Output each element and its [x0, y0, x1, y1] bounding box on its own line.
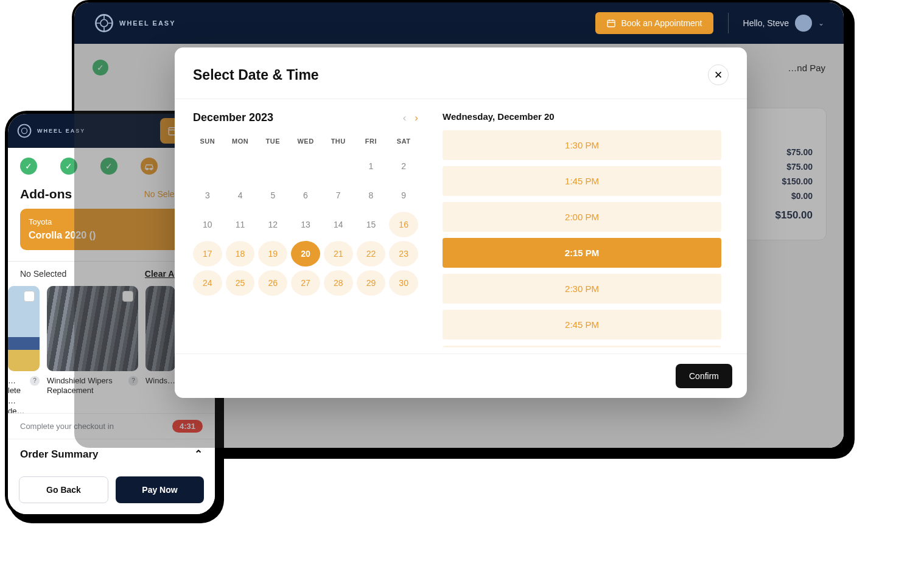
selected-date-heading: Wednesday, December 20 [443, 111, 729, 122]
calendar-day[interactable]: 17 [193, 241, 222, 267]
addon-title-row: …lete …de… ? [8, 376, 40, 414]
calendar-day[interactable]: 30 [389, 270, 418, 296]
calendar-day[interactable]: 21 [324, 241, 353, 267]
pay-now-label: Pay Now [142, 485, 177, 495]
calendar-panel: December 2023 ‹ › SUNMONTUEWEDTHUFRISAT … [193, 111, 418, 347]
calendar-day[interactable]: 16 [389, 212, 418, 237]
next-month-button[interactable]: › [415, 112, 418, 124]
book-appointment-label: Book an Appointment [621, 18, 702, 28]
calendar-dow: SUN [193, 133, 222, 150]
header-divider [728, 13, 729, 33]
help-icon[interactable]: ? [30, 376, 40, 386]
addon-checkbox[interactable] [24, 291, 35, 302]
addon-image [8, 286, 40, 371]
calendar-day: 11 [226, 212, 255, 237]
addon-title: …lete …de… [8, 376, 26, 414]
calendar-day: 8 [357, 183, 386, 208]
brand-name: WHEEL EASY [119, 19, 176, 27]
calendar-day: 5 [258, 183, 287, 208]
modal-header: Select Date & Time ✕ [175, 47, 747, 99]
calendar-dow: WED [291, 133, 320, 150]
desktop-body: ✓ …nd Pay …mary $75.00…ms)$75.00$150.00$… [74, 44, 844, 448]
modal-body: December 2023 ‹ › SUNMONTUEWEDTHUFRISAT … [175, 99, 747, 354]
close-icon: ✕ [714, 69, 723, 82]
calendar-day[interactable]: 26 [258, 270, 287, 296]
go-back-label: Go Back [46, 485, 81, 495]
calendar-day[interactable]: 24 [193, 270, 222, 296]
calendar-day[interactable]: 25 [226, 270, 255, 296]
calendar-day: 3 [193, 183, 222, 208]
tire-icon [94, 13, 114, 33]
calendar-header: December 2023 ‹ › [193, 111, 418, 124]
calendar-day[interactable]: 20 [291, 241, 320, 267]
svg-point-1 [100, 19, 108, 27]
date-time-modal: Select Date & Time ✕ December 2023 ‹ › S… [175, 47, 747, 398]
brand-logo: WHEEL EASY [94, 13, 176, 33]
calendar-day[interactable]: 29 [357, 270, 386, 296]
time-slot[interactable]: 2:15 PM [443, 238, 721, 268]
time-slot[interactable]: 1:30 PM [443, 130, 721, 160]
calendar-dow: SAT [389, 133, 418, 150]
avatar [795, 15, 812, 32]
calendar-day[interactable]: 28 [324, 270, 353, 296]
modal-title: Select Date & Time [193, 67, 319, 83]
calendar-dow: THU [324, 133, 353, 150]
calendar-day: 9 [389, 183, 418, 208]
calendar-day: 1 [357, 153, 386, 179]
confirm-button[interactable]: Confirm [676, 364, 732, 388]
prev-month-button[interactable]: ‹ [403, 112, 407, 124]
calendar-dow: TUE [258, 133, 287, 150]
addon-status: No Selected [20, 269, 66, 279]
close-button[interactable]: ✕ [708, 64, 729, 85]
svg-rect-6 [607, 20, 615, 27]
svg-point-10 [18, 125, 31, 138]
calendar-day: 6 [291, 183, 320, 208]
calendar-dow: MON [226, 133, 255, 150]
svg-point-11 [21, 128, 27, 133]
order-summary-label: Order Summary [20, 448, 99, 461]
calendar-month: December 2023 [193, 111, 273, 124]
time-slot[interactable]: 2:30 PM [443, 274, 721, 304]
calendar-day: 4 [226, 183, 255, 208]
calendar-day[interactable]: 23 [389, 241, 418, 267]
book-appointment-button[interactable]: Book an Appointment [595, 12, 713, 34]
greeting-text: Hello, Steve [743, 18, 789, 28]
mobile-footer: Go Back Pay Now [8, 469, 215, 514]
time-slot[interactable]: 3:00 PM [443, 346, 721, 347]
calendar-day[interactable]: 19 [258, 241, 287, 267]
time-panel: Wednesday, December 20 1:30 PM1:45 PM2:0… [443, 111, 729, 347]
calendar-day: 7 [324, 183, 353, 208]
calendar-icon [606, 18, 616, 28]
chevron-down-icon: ⌄ [818, 19, 824, 27]
go-back-button[interactable]: Go Back [19, 476, 108, 503]
calendar-dow: FRI [357, 133, 386, 150]
desktop-header: WHEEL EASY Book an Appointment Hello, St… [74, 2, 844, 44]
chevron-up-icon: ⌃ [194, 448, 203, 461]
time-slot[interactable]: 2:45 PM [443, 310, 721, 340]
calendar-day: 10 [193, 212, 222, 237]
confirm-label: Confirm [689, 371, 719, 381]
calendar-day: 2 [389, 153, 418, 179]
calendar-day: 12 [258, 212, 287, 237]
calendar-nav: ‹ › [403, 112, 418, 124]
time-slot-list[interactable]: 1:30 PM1:45 PM2:00 PM2:15 PM2:30 PM2:45 … [443, 130, 729, 347]
modal-footer: Confirm [175, 354, 747, 398]
pay-now-button[interactable]: Pay Now [116, 476, 204, 503]
desktop-app-window: WHEEL EASY Book an Appointment Hello, St… [72, 0, 846, 450]
addons-title: Add-ons [20, 187, 72, 201]
calendar-day: 14 [324, 212, 353, 237]
calendar-day: 13 [291, 212, 320, 237]
time-slot[interactable]: 2:00 PM [443, 202, 721, 232]
step-1-done: ✓ [20, 158, 37, 175]
calendar-day[interactable]: 27 [291, 270, 320, 296]
calendar-day[interactable]: 18 [226, 241, 255, 267]
addon-card[interactable]: …lete …de… ? [8, 286, 40, 414]
tire-icon [16, 123, 32, 139]
user-menu[interactable]: Hello, Steve ⌄ [743, 15, 824, 32]
time-slot[interactable]: 1:45 PM [443, 166, 721, 196]
calendar-day[interactable]: 22 [357, 241, 386, 267]
calendar-day: 15 [357, 212, 386, 237]
